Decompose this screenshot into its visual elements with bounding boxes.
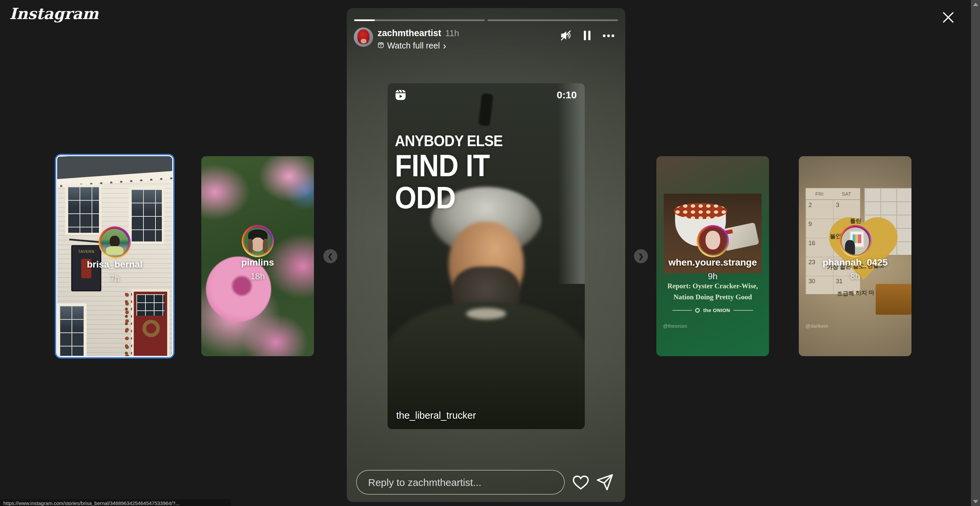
send-icon [595, 487, 614, 493]
avatar-when-youre-strange [698, 226, 727, 256]
avatar-brisa-bernal [100, 228, 129, 257]
story-ring [242, 225, 274, 257]
wreath-shape [142, 320, 160, 337]
scroll-down-icon[interactable] [973, 500, 978, 503]
mute-button[interactable] [559, 29, 573, 43]
story-progress [354, 19, 618, 21]
avatar-phannah-0425 [841, 226, 870, 256]
reply-input[interactable] [368, 471, 554, 495]
card-time: 18h [201, 271, 314, 282]
story-controls [559, 29, 615, 43]
onion-headline: Report: Oyster Cracker-Wise, Nation Doin… [661, 281, 764, 303]
reel-mini-icon [377, 42, 384, 50]
story-ring [839, 225, 871, 257]
onion-logo-icon [695, 308, 700, 313]
heart-icon [571, 487, 590, 493]
reel-video[interactable]: 0:10 ANYBODY ELSE FIND IT ODD the_libera… [388, 83, 585, 429]
previous-story-button[interactable]: ❮ [323, 249, 337, 263]
onion-brand: the ONION [656, 307, 769, 313]
reel-overlay-text: ANYBODY ELSE FIND IT ODD [395, 132, 503, 214]
watermark-handle: @theonion [663, 323, 687, 329]
avatar-pimlins [243, 226, 272, 256]
story-card-brisa-bernal[interactable]: TAVERN brisa_bernal 7h [56, 155, 173, 357]
leaf-garland-shape [123, 291, 132, 357]
more-options-button[interactable] [602, 29, 615, 43]
stories-viewer: Instagram zachmtheartist 11h [0, 0, 980, 506]
scroll-up-icon[interactable] [973, 3, 978, 6]
close-icon [941, 10, 956, 26]
chevron-left-icon: ❮ [328, 252, 333, 260]
story-author-avatar[interactable] [354, 27, 373, 47]
card-time: 7h [57, 273, 172, 283]
reply-input-pill[interactable] [356, 470, 565, 495]
story-card-pimlins[interactable]: pimlins 18h [201, 156, 314, 356]
three-dots-icon [602, 33, 615, 39]
pause-icon [582, 30, 592, 43]
card-username: phannah_0425 [799, 257, 912, 268]
watch-full-reel-label: Watch full reel [387, 41, 440, 51]
window-shape [129, 187, 164, 244]
window-shape [57, 303, 87, 357]
story-card-when-youre-strange[interactable]: Report: Oyster Cracker-Wise, Nation Doin… [656, 156, 769, 356]
story-username[interactable]: zachmtheartist [377, 28, 441, 38]
story-ring [99, 226, 131, 259]
story-card-phannah-0425[interactable]: FRI SAT 2 3 9 16 23 30 31 틀린 불안 가장 짧은 길도… [799, 156, 912, 356]
window-shape [65, 184, 101, 235]
active-story-panel: zachmtheartist 11h Watch full reel › [347, 8, 625, 502]
card-username: pimlins [201, 257, 314, 268]
instagram-logo[interactable]: Instagram [10, 5, 99, 23]
story-time: 11h [445, 28, 459, 38]
card-username: when.youre.strange [656, 257, 769, 268]
red-door-shape [131, 289, 170, 357]
card-time: 8h [799, 271, 912, 282]
card-username: brisa_bernal [57, 259, 172, 270]
reel-duration: 0:10 [557, 89, 577, 101]
watermark-handle: @darlkem [805, 323, 828, 329]
card-time: 9h [656, 271, 769, 282]
story-ring [697, 225, 729, 257]
chevron-right-icon: ❯ [638, 252, 644, 260]
scrollbar[interactable] [971, 0, 980, 506]
progress-segment-2 [487, 19, 618, 21]
story-header: zachmtheartist 11h Watch full reel › [377, 28, 459, 51]
muted-speaker-icon [559, 29, 572, 43]
like-button[interactable] [571, 473, 590, 492]
reel-icon [394, 89, 407, 101]
chevron-right-icon: › [443, 43, 446, 49]
progress-segment-1 [354, 19, 485, 21]
close-button[interactable] [938, 8, 958, 28]
pause-button[interactable] [581, 29, 594, 43]
status-bar-link: https://www.instagram.com/stories/brisa_… [0, 499, 231, 506]
next-story-button[interactable]: ❯ [634, 249, 648, 263]
watch-full-reel-link[interactable]: Watch full reel › [377, 41, 459, 51]
reel-credit-username: the_liberal_trucker [396, 410, 476, 421]
progress-fill [354, 19, 375, 21]
video-background [558, 83, 585, 284]
share-button[interactable] [595, 473, 614, 492]
